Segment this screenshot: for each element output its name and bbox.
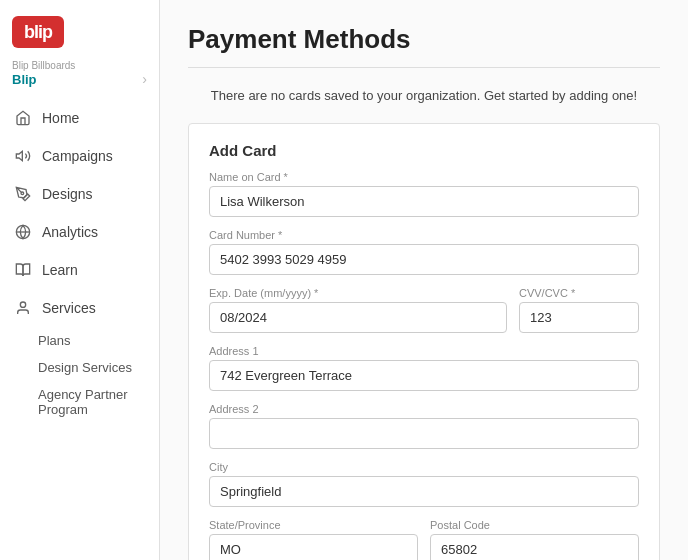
svg-marker-0 [16, 151, 22, 160]
logo: blip [12, 16, 64, 48]
add-card-form: Add Card Name on Card * Card Number * Ex… [188, 123, 660, 560]
svg-point-3 [20, 302, 25, 307]
sidebar-item-services[interactable]: Services [0, 289, 159, 327]
city-input[interactable] [209, 476, 639, 507]
no-cards-message: There are no cards saved to your organiz… [188, 88, 660, 103]
city-label: City [209, 461, 639, 473]
subnav-plans[interactable]: Plans [14, 327, 159, 354]
svg-point-1 [21, 192, 24, 195]
campaigns-icon [14, 147, 32, 165]
chevron-right-icon[interactable]: › [142, 71, 147, 87]
address2-group: Address 2 [209, 403, 639, 449]
exp-date-group: Exp. Date (mm/yyyy) * [209, 287, 507, 333]
sidebar-item-designs-label: Designs [42, 186, 93, 202]
state-input[interactable] [209, 534, 418, 560]
card-number-label: Card Number * [209, 229, 639, 241]
learn-icon [14, 261, 32, 279]
brand-name: Blip [12, 72, 37, 87]
name-on-card-input[interactable] [209, 186, 639, 217]
main-content: Payment Methods There are no cards saved… [160, 0, 688, 560]
state-label: State/Province [209, 519, 418, 531]
sidebar-item-learn[interactable]: Learn [0, 251, 159, 289]
postal-group: Postal Code [430, 519, 639, 560]
cvv-input[interactable] [519, 302, 639, 333]
card-number-input[interactable] [209, 244, 639, 275]
address1-label: Address 1 [209, 345, 639, 357]
name-on-card-group: Name on Card * [209, 171, 639, 217]
cvv-group: CVV/CVC * [519, 287, 639, 333]
postal-label: Postal Code [430, 519, 639, 531]
address1-input[interactable] [209, 360, 639, 391]
exp-cvv-row: Exp. Date (mm/yyyy) * CVV/CVC * [209, 287, 639, 345]
brand-label: Blip Billboards [12, 60, 147, 71]
sidebar: blip Blip Billboards Blip › Home Campaig… [0, 0, 160, 560]
cvv-label: CVV/CVC * [519, 287, 639, 299]
sidebar-item-analytics[interactable]: Analytics [0, 213, 159, 251]
exp-date-label: Exp. Date (mm/yyyy) * [209, 287, 507, 299]
page-title: Payment Methods [188, 24, 660, 55]
sidebar-item-services-label: Services [42, 300, 96, 316]
sidebar-nav: Home Campaigns Designs Analytics Learn [0, 95, 159, 560]
address2-label: Address 2 [209, 403, 639, 415]
address2-input[interactable] [209, 418, 639, 449]
postal-input[interactable] [430, 534, 639, 560]
exp-date-input[interactable] [209, 302, 507, 333]
sidebar-item-campaigns-label: Campaigns [42, 148, 113, 164]
services-icon [14, 299, 32, 317]
state-postal-row: State/Province Postal Code [209, 519, 639, 560]
sidebar-item-analytics-label: Analytics [42, 224, 98, 240]
sidebar-item-home[interactable]: Home [0, 99, 159, 137]
home-icon [14, 109, 32, 127]
designs-icon [14, 185, 32, 203]
title-divider [188, 67, 660, 68]
name-on-card-label: Name on Card * [209, 171, 639, 183]
sidebar-item-designs[interactable]: Designs [0, 175, 159, 213]
city-group: City [209, 461, 639, 507]
card-number-group: Card Number * [209, 229, 639, 275]
address1-group: Address 1 [209, 345, 639, 391]
analytics-icon [14, 223, 32, 241]
brand-area: Blip Billboards Blip › [0, 56, 159, 95]
state-group: State/Province [209, 519, 418, 560]
subnav-design-services[interactable]: Design Services [14, 354, 159, 381]
sidebar-item-home-label: Home [42, 110, 79, 126]
sidebar-item-campaigns[interactable]: Campaigns [0, 137, 159, 175]
logo-area: blip [0, 0, 159, 56]
services-subnav: Plans Design Services Agency Partner Pro… [0, 327, 159, 423]
add-card-title: Add Card [209, 142, 639, 159]
subnav-agency-partner[interactable]: Agency Partner Program [14, 381, 159, 423]
sidebar-item-learn-label: Learn [42, 262, 78, 278]
